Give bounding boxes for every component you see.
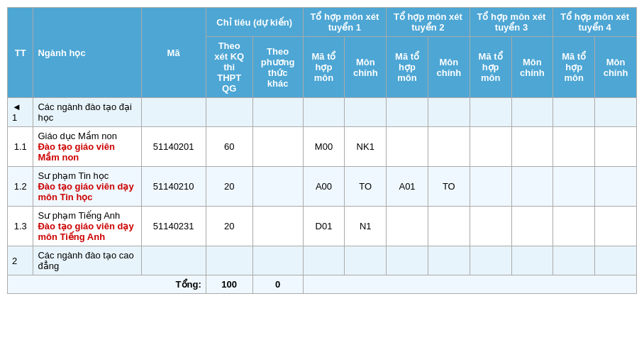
row-ma1: M00 — [303, 127, 345, 167]
row-ma3 — [470, 167, 511, 207]
row-tt: 2 — [8, 246, 33, 275]
nganh-line2-red: Đào tạo giáo viên dạy môn Tin học — [38, 181, 136, 202]
tong-theo-kq: 100 — [206, 275, 252, 294]
header-tt: TT — [8, 8, 33, 98]
row-ma — [141, 246, 206, 275]
row-ma: 51140231 — [141, 207, 206, 246]
header-ma-to-hop-4: Mã tổ hợp môn — [553, 37, 595, 98]
row-mon4 — [595, 98, 637, 127]
header-ma-to-hop-1: Mã tổ hợp môn — [303, 37, 345, 98]
row-theo-pp — [252, 127, 303, 167]
row-nganh: Các ngành đào tạo đại học — [33, 98, 141, 127]
row-mon2: TO — [428, 167, 470, 207]
row-tt: 1.3 — [8, 207, 33, 246]
tong-empty — [303, 275, 636, 294]
row-ma1 — [303, 246, 345, 275]
header-to-hop-3: Tổ hợp môn xét tuyển 3 — [470, 8, 553, 37]
row-nganh: Giáo dục Mầm non Đào tạo giáo viên Mầm n… — [33, 127, 141, 167]
header-to-hop-1: Tổ hợp môn xét tuyển 1 — [303, 8, 387, 37]
table-row: 2 Các ngành đào tạo cao đẳng — [8, 246, 637, 275]
row-tt: 1.2 — [8, 167, 33, 207]
header-theo-pp: Theo phương thức khác — [252, 37, 303, 98]
table-row: ◄ 1 Các ngành đào tạo đại học — [8, 98, 637, 127]
header-ma-to-hop-3: Mã tổ hợp môn — [470, 37, 511, 98]
header-mon-chinh-1: Môn chính — [345, 37, 387, 98]
row-mon1: N1 — [345, 207, 387, 246]
row-ma2 — [387, 246, 428, 275]
tong-theo-pp: 0 — [252, 275, 303, 294]
row-mon3 — [511, 246, 553, 275]
header-nganh: Ngành học — [33, 8, 141, 98]
row-mon1: TO — [345, 167, 387, 207]
row-theo-kq: 20 — [206, 167, 252, 207]
row-ma1: D01 — [303, 207, 345, 246]
table-row: 1.1 Giáo dục Mầm non Đào tạo giáo viên M… — [8, 127, 637, 167]
row-ma: 51140210 — [141, 167, 206, 207]
header-mon-chinh-3: Môn chính — [511, 37, 553, 98]
nganh-line2-red: Đào tạo giáo viên Mầm non — [38, 141, 136, 163]
table-row: 1.3 Sư phạm Tiếng Anh Đào tạo giáo viên … — [8, 207, 637, 246]
row-mon3 — [511, 127, 553, 167]
row-theo-kq — [206, 98, 252, 127]
table-row: 1.2 Sư phạm Tin học Đào tạo giáo viên dạ… — [8, 167, 637, 207]
row-ma3 — [470, 207, 511, 246]
row-mon4 — [595, 167, 637, 207]
row-mon1 — [345, 98, 387, 127]
row-ma2 — [387, 127, 428, 167]
row-mon1 — [345, 246, 387, 275]
row-ma3 — [470, 127, 511, 167]
total-row: Tổng: 100 0 — [8, 275, 637, 294]
row-theo-kq — [206, 246, 252, 275]
row-ma2: A01 — [387, 167, 428, 207]
header-chi-tieu: Chỉ tiêu (dự kiến) — [206, 8, 303, 37]
row-tt: ◄ 1 — [8, 98, 33, 127]
tong-label: Tổng: — [8, 275, 206, 294]
row-theo-pp — [252, 246, 303, 275]
row-mon2 — [428, 246, 470, 275]
row-mon3 — [511, 207, 553, 246]
row-nganh: Các ngành đào tạo cao đẳng — [33, 246, 141, 275]
row-mon2 — [428, 127, 470, 167]
header-ma: Mã — [141, 8, 206, 98]
row-theo-pp — [252, 98, 303, 127]
row-ma4 — [553, 207, 595, 246]
header-mon-chinh-2: Môn chính — [428, 37, 470, 98]
row-ma: 51140201 — [141, 127, 206, 167]
row-mon4 — [595, 127, 637, 167]
nganh-line1: Sư phạm Tiếng Anh — [38, 210, 136, 221]
arrow-icon: ◄ — [12, 102, 21, 112]
row-ma4 — [553, 246, 595, 275]
row-mon3 — [511, 98, 553, 127]
header-to-hop-4: Tổ hợp môn xét tuyển 4 — [553, 8, 637, 37]
row-ma4 — [553, 98, 595, 127]
row-mon3 — [511, 167, 553, 207]
row-nganh: Sư phạm Tin học Đào tạo giáo viên dạy mô… — [33, 167, 141, 207]
header-to-hop-2: Tổ hợp môn xét tuyển 2 — [387, 8, 470, 37]
nganh-line1: Sư phạm Tin học — [38, 170, 136, 181]
row-ma4 — [553, 127, 595, 167]
row-tt: 1.1 — [8, 127, 33, 167]
header-ma-to-hop-2: Mã tổ hợp môn — [387, 37, 428, 98]
nganh-line2-red: Đào tạo giáo viên dạy môn Tiếng Anh — [38, 221, 136, 242]
row-mon1: NK1 — [345, 127, 387, 167]
row-mon2 — [428, 207, 470, 246]
row-mon4 — [595, 207, 637, 246]
row-ma3 — [470, 246, 511, 275]
header-mon-chinh-4: Môn chính — [595, 37, 637, 98]
row-ma3 — [470, 98, 511, 127]
row-mon4 — [595, 246, 637, 275]
row-theo-kq: 60 — [206, 127, 252, 167]
row-theo-pp — [252, 207, 303, 246]
row-ma2 — [387, 98, 428, 127]
row-theo-pp — [252, 167, 303, 207]
row-ma4 — [553, 167, 595, 207]
header-theo-kq: Theo xét KQ thi THPT QG — [206, 37, 252, 98]
row-mon2 — [428, 98, 470, 127]
row-ma1: A00 — [303, 167, 345, 207]
row-ma2 — [387, 207, 428, 246]
row-nganh: Sư phạm Tiếng Anh Đào tạo giáo viên dạy … — [33, 207, 141, 246]
nganh-line1: Giáo dục Mầm non — [38, 131, 136, 141]
row-theo-kq: 20 — [206, 207, 252, 246]
main-table: TT Ngành học Mã Chỉ tiêu (dự kiến) Tổ hợ… — [7, 7, 637, 294]
row-ma — [141, 98, 206, 127]
